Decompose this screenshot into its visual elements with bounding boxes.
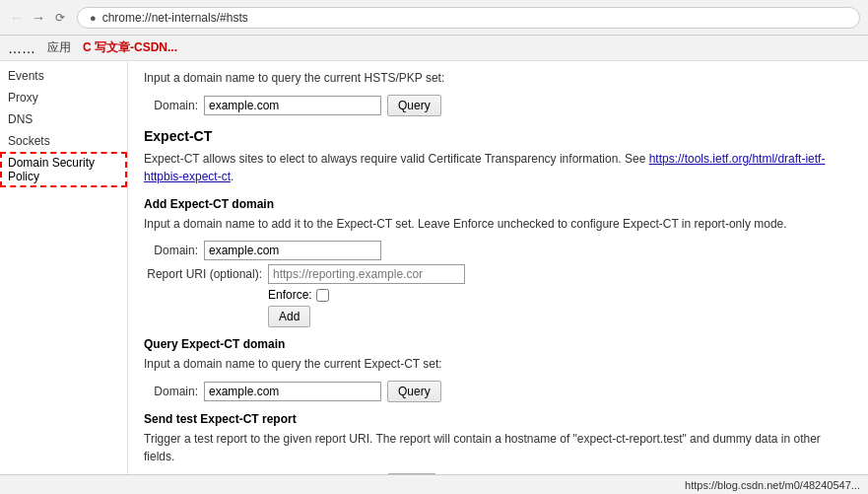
status-url: https://blog.csdn.net/m0/48240547... bbox=[685, 479, 860, 491]
add-button[interactable]: Add bbox=[268, 306, 310, 327]
sidebar-item-domain-security-policy[interactable]: Domain Security Policy bbox=[0, 152, 127, 187]
send-test-title: Send test Expect-CT report bbox=[144, 412, 852, 426]
query-expect-ct-section: Query Expect-CT domain Input a domain na… bbox=[144, 337, 852, 402]
expect-ct-title: Expect-CT bbox=[144, 128, 852, 144]
hsts-query-button[interactable]: Query bbox=[387, 95, 441, 116]
add-domain-input[interactable] bbox=[204, 241, 381, 260]
enforce-row: Enforce: bbox=[268, 288, 852, 302]
expect-ct-section: Expect-CT Expect-CT allows sites to elec… bbox=[144, 128, 852, 185]
query-expect-ct-button[interactable]: Query bbox=[387, 381, 441, 402]
query-expect-ct-desc: Input a domain name to query the current… bbox=[144, 355, 852, 373]
address-bar[interactable]: ● chrome://net-internals/#hsts bbox=[77, 7, 860, 29]
hsts-query-section: Input a domain name to query the current… bbox=[144, 69, 852, 116]
hsts-query-desc: Input a domain name to query the current… bbox=[144, 69, 852, 87]
query-domain-input[interactable] bbox=[204, 382, 381, 401]
back-button[interactable]: ← bbox=[8, 9, 26, 27]
sidebar-item-dns[interactable]: DNS bbox=[0, 108, 127, 130]
expect-ct-desc: Expect-CT allows sites to elect to alway… bbox=[144, 150, 852, 185]
send-test-section: Send test Expect-CT report Trigger a tes… bbox=[144, 412, 852, 474]
hsts-domain-input[interactable] bbox=[204, 96, 381, 115]
url-text: chrome://net-internals/#hsts bbox=[102, 11, 248, 25]
sidebar-item-proxy[interactable]: Proxy bbox=[0, 87, 127, 108]
send-test-desc: Trigger a test report to the given repor… bbox=[144, 430, 852, 465]
forward-button[interactable]: → bbox=[30, 9, 47, 27]
sidebar-item-sockets[interactable]: Sockets bbox=[0, 130, 127, 152]
csdn-bookmark[interactable]: C 写文章-CSDN... bbox=[83, 39, 177, 56]
status-bar: https://blog.csdn.net/m0/48240547... bbox=[0, 474, 868, 494]
security-icon: ● bbox=[90, 12, 97, 24]
add-expect-ct-desc: Input a domain name to add it to the Exp… bbox=[144, 215, 852, 233]
content-area: Input a domain name to query the current… bbox=[128, 61, 868, 474]
apps-icon[interactable]: …… bbox=[8, 40, 35, 56]
enforce-label: Enforce: bbox=[268, 288, 312, 302]
add-expect-ct-section: Add Expect-CT domain Input a domain name… bbox=[144, 197, 852, 327]
nav-buttons: ← → ⟳ bbox=[8, 9, 69, 27]
add-domain-row: Domain: bbox=[144, 241, 852, 260]
hsts-domain-label: Domain: bbox=[144, 99, 198, 112]
bookmarks-bar: …… 应用 C 写文章-CSDN... bbox=[0, 35, 868, 61]
sidebar: Events Proxy DNS Sockets Domain Security… bbox=[0, 61, 128, 474]
expect-ct-desc-prefix: Expect-CT allows sites to elect to alway… bbox=[144, 152, 649, 166]
add-btn-row: Add bbox=[268, 306, 852, 327]
main-area: Events Proxy DNS Sockets Domain Security… bbox=[0, 61, 868, 474]
expect-ct-desc-suffix: . bbox=[231, 170, 234, 183]
add-domain-label: Domain: bbox=[144, 244, 198, 257]
query-domain-row: Domain: Query bbox=[144, 381, 852, 402]
query-domain-label: Domain: bbox=[144, 385, 198, 398]
sidebar-item-events[interactable]: Events bbox=[0, 65, 127, 87]
refresh-button[interactable]: ⟳ bbox=[51, 9, 69, 27]
query-expect-ct-title: Query Expect-CT domain bbox=[144, 337, 852, 351]
enforce-checkbox[interactable] bbox=[316, 289, 329, 302]
apps-label[interactable]: 应用 bbox=[47, 39, 71, 56]
report-uri-row: Report URI (optional): bbox=[144, 264, 852, 284]
report-uri-label: Report URI (optional): bbox=[144, 267, 262, 281]
add-expect-ct-title: Add Expect-CT domain bbox=[144, 197, 852, 211]
report-uri-input[interactable] bbox=[268, 264, 465, 284]
hsts-domain-row: Domain: Query bbox=[144, 95, 852, 116]
browser-bar: ← → ⟳ ● chrome://net-internals/#hsts bbox=[0, 0, 868, 35]
